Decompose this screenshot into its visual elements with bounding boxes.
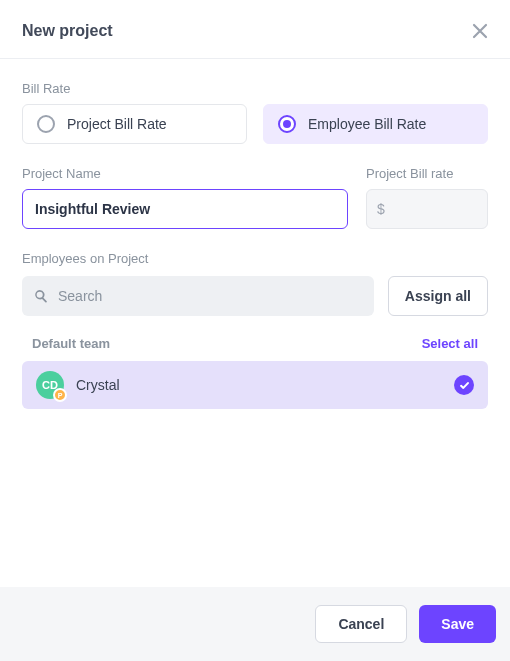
project-bill-rate-label: Project Bill rate: [366, 166, 488, 181]
dialog-header: New project: [0, 0, 510, 59]
avatar-badge: P: [53, 388, 67, 402]
dialog-footer: Cancel Save: [0, 587, 510, 661]
project-name-label: Project Name: [22, 166, 348, 181]
project-name-field: Project Name: [22, 166, 348, 229]
member-row[interactable]: CD P Crystal: [22, 361, 488, 409]
team-name: Default team: [32, 336, 110, 351]
bill-rate-options: Project Bill Rate Employee Bill Rate: [22, 104, 488, 144]
bill-rate-employee-option[interactable]: Employee Bill Rate: [263, 104, 488, 144]
employee-search-input[interactable]: [58, 288, 362, 304]
member-name: Crystal: [76, 377, 442, 393]
employees-label: Employees on Project: [22, 251, 488, 266]
project-bill-rate-field: Project Bill rate $: [366, 166, 488, 229]
dialog-title: New project: [22, 22, 113, 40]
project-name-input[interactable]: [22, 189, 348, 229]
select-all-link[interactable]: Select all: [422, 336, 478, 351]
bill-rate-project-option[interactable]: Project Bill Rate: [22, 104, 247, 144]
currency-symbol: $: [377, 201, 385, 217]
radio-circle-icon: [278, 115, 296, 133]
bill-rate-label: Bill Rate: [22, 81, 488, 96]
cancel-button[interactable]: Cancel: [315, 605, 407, 643]
assign-all-button[interactable]: Assign all: [388, 276, 488, 316]
bill-rate-project-label: Project Bill Rate: [67, 116, 167, 132]
project-bill-rate-input[interactable]: $: [366, 189, 488, 229]
search-assign-row: Assign all: [22, 276, 488, 316]
search-icon: [34, 289, 48, 303]
save-button[interactable]: Save: [419, 605, 496, 643]
check-icon: [454, 375, 474, 395]
close-icon[interactable]: [472, 23, 488, 39]
dialog-content: Bill Rate Project Bill Rate Employee Bil…: [0, 59, 510, 587]
radio-circle-icon: [37, 115, 55, 133]
employee-search-wrap[interactable]: [22, 276, 374, 316]
bill-rate-employee-label: Employee Bill Rate: [308, 116, 426, 132]
name-rate-row: Project Name Project Bill rate $: [22, 166, 488, 229]
avatar-wrap: CD P: [36, 371, 64, 399]
team-header: Default team Select all: [22, 336, 488, 351]
